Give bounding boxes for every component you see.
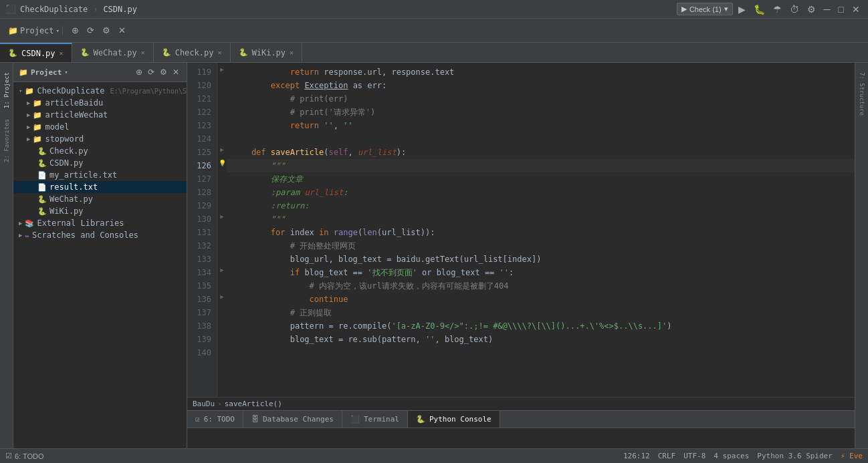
tab-wiki-close[interactable]: ✕ [290, 49, 294, 56]
tree-item-articleWechat[interactable]: ▶ 📁 articleWechat [13, 109, 187, 121]
result-icon: 📄 [37, 183, 47, 192]
close-window-button[interactable]: ✕ [849, 3, 863, 16]
run-button[interactable]: ▶ [736, 3, 748, 16]
settings-button[interactable]: ⚙ [99, 23, 114, 37]
maximize-button[interactable]: □ [836, 3, 847, 16]
ln-121: 121 [193, 92, 211, 106]
sidebar-sync-btn[interactable]: ⟳ [146, 67, 156, 78]
tools-button[interactable]: ⚙ [804, 3, 819, 16]
ln-131: 131 [193, 226, 211, 239]
sidebar-structure-tab[interactable]: 7: Structure [857, 68, 867, 120]
outer-right-panel: 7: Structure [855, 63, 868, 448]
gutter-122 [217, 103, 227, 116]
ln-136: 136 [193, 293, 211, 306]
status-encoding: UTF-8 [683, 452, 706, 460]
root-folder-icon: 📁 [25, 87, 34, 96]
bottom-tab-terminal-label: Terminal [364, 415, 399, 424]
breadcrumb-baidu[interactable]: BauDu [193, 400, 215, 408]
tab-wechat-close[interactable]: ✕ [141, 49, 145, 56]
bottom-panel: ☑ 6: TODO 🗄 Database Changes ⬛ Terminal … [187, 410, 855, 448]
statusbar-left: ☑ 6: TODO [5, 452, 44, 460]
extlibs-arrow: ▶ [19, 220, 22, 226]
tree-item-model[interactable]: ▶ 📁 model [13, 121, 187, 133]
ln-132: 132 [193, 239, 211, 253]
code-line-140 [227, 346, 855, 359]
project-section: 📁 Project ▾ [5, 26, 63, 35]
tab-check-close[interactable]: ✕ [217, 49, 221, 56]
tree-item-scratches[interactable]: ▶ ✏ Scratches and Consoles [13, 229, 187, 241]
pyconsole-icon: 🐍 [416, 415, 425, 424]
tab-csdn[interactable]: 🐍 CSDN.py ✕ [0, 43, 72, 62]
profile-button[interactable]: ⏱ [787, 3, 802, 16]
gutter-121 [217, 90, 227, 103]
bottom-tab-dbchanges[interactable]: 🗄 Database Changes [243, 411, 342, 428]
sidebar-project-tab[interactable]: 1: Project [2, 68, 11, 112]
ln-124: 124 [193, 132, 211, 146]
coverage-button[interactable]: ☂ [770, 3, 784, 16]
extlibs-icon: 📚 [25, 219, 34, 228]
tab-check[interactable]: 🐍 Check.py ✕ [154, 43, 231, 62]
ln-120: 120 [193, 79, 211, 92]
tree-item-checkpy[interactable]: 🐍 Check.py [13, 145, 187, 157]
tree-root[interactable]: ▾ 📁 CheckDuplicate E:\Program\Python\Spi… [13, 85, 187, 97]
close-sidebar-button[interactable]: ✕ [115, 23, 129, 37]
gutter-138 [217, 317, 227, 330]
gutter-129 [217, 196, 227, 210]
sidebar-settings-btn[interactable]: ⚙ [158, 67, 169, 78]
todo-status-icon: ☑ [5, 452, 12, 460]
todo-status-btn[interactable]: ☑ 6: TODO [5, 452, 44, 460]
tree-item-extlibs[interactable]: ▶ 📚 External Libraries [13, 217, 187, 229]
bottom-tabs: ☑ 6: TODO 🗄 Database Changes ⬛ Terminal … [187, 411, 855, 428]
gutter-137 [217, 303, 227, 317]
tree-item-result[interactable]: 📄 result.txt [13, 181, 187, 193]
sync-button[interactable]: ⟳ [84, 23, 98, 37]
gutter-120 [217, 76, 227, 90]
tree-item-wikipy[interactable]: 🐍 WiKi.py [13, 205, 187, 217]
add-button[interactable]: ⊕ [68, 23, 82, 37]
articlewechat-arrow: ▶ [27, 112, 30, 118]
sidebar-close-btn[interactable]: ✕ [171, 67, 181, 78]
gutter-132 [217, 237, 227, 250]
sidebar-favorites-tab[interactable]: 2: Favorites [2, 115, 11, 166]
gutter-128 [217, 183, 227, 196]
statusbar-right: 126:12 CRLF UTF-8 4 spaces Python 3.6 Sp… [623, 452, 863, 460]
debug-button[interactable]: 🐛 [751, 3, 768, 16]
bottom-tab-pyconsole[interactable]: 🐍 Python Console [408, 411, 500, 428]
minimize-button[interactable]: ─ [821, 3, 833, 16]
check-button[interactable]: ▶ Check (1) ▾ [677, 3, 733, 15]
todo-icon: ☑ [195, 415, 200, 424]
py-icon-wechat: 🐍 [80, 48, 90, 57]
tree-item-myarticle[interactable]: 📄 my_article.txt [13, 169, 187, 181]
bottom-tab-todo[interactable]: ☑ 6: TODO [187, 411, 243, 428]
title-separator: › [93, 5, 98, 14]
app-icon: ⬛ [5, 4, 16, 14]
gutter-136: ▶ [217, 290, 227, 303]
scratches-icon: ✏ [25, 231, 29, 240]
bottom-tab-pyconsole-label: Python Console [429, 415, 492, 424]
code-content[interactable]: return response.url, response.text excep… [227, 63, 855, 397]
tree-item-wechatpy[interactable]: 🐍 WeChat.py [13, 193, 187, 205]
breadcrumb-savearticle[interactable]: saveArticle() [225, 400, 282, 408]
tree-item-csdnpy[interactable]: 🐍 CSDN.py [13, 157, 187, 169]
tree-item-stopword[interactable]: ▶ 📁 stopword [13, 133, 187, 145]
ln-138: 138 [193, 319, 211, 333]
gutter-133 [217, 250, 227, 263]
tab-csdn-close[interactable]: ✕ [60, 49, 64, 57]
todo-status-label: 6: TODO [15, 452, 44, 460]
tree-label-model: model [45, 122, 69, 132]
status-events: ⚡ Eve [841, 452, 863, 460]
code-line-121: # print(err) [227, 92, 855, 106]
gutter-130: ▶ [217, 210, 227, 223]
tree-label-myarticle: my_article.txt [49, 170, 117, 180]
tree-label-checkpy: Check.py [49, 146, 88, 156]
tab-wechat[interactable]: 🐍 WeChat.py ✕ [72, 43, 154, 62]
bottom-tab-terminal[interactable]: ⬛ Terminal [342, 411, 408, 428]
tab-wiki[interactable]: 🐍 WiKi.py ✕ [231, 43, 303, 62]
sidebar-add-btn[interactable]: ⊕ [134, 67, 144, 78]
wechatpy-icon: 🐍 [37, 195, 47, 204]
check-icon: ▶ [681, 5, 687, 13]
status-python[interactable]: Python 3.6 Spider [757, 452, 833, 460]
toolbar: 📁 Project ▾ ⊕ ⟳ ⚙ ✕ [0, 19, 868, 43]
project-dropdown[interactable]: 📁 Project ▾ [8, 26, 60, 35]
tree-item-articleBaidu[interactable]: ▶ 📁 articleBaidu [13, 97, 187, 109]
